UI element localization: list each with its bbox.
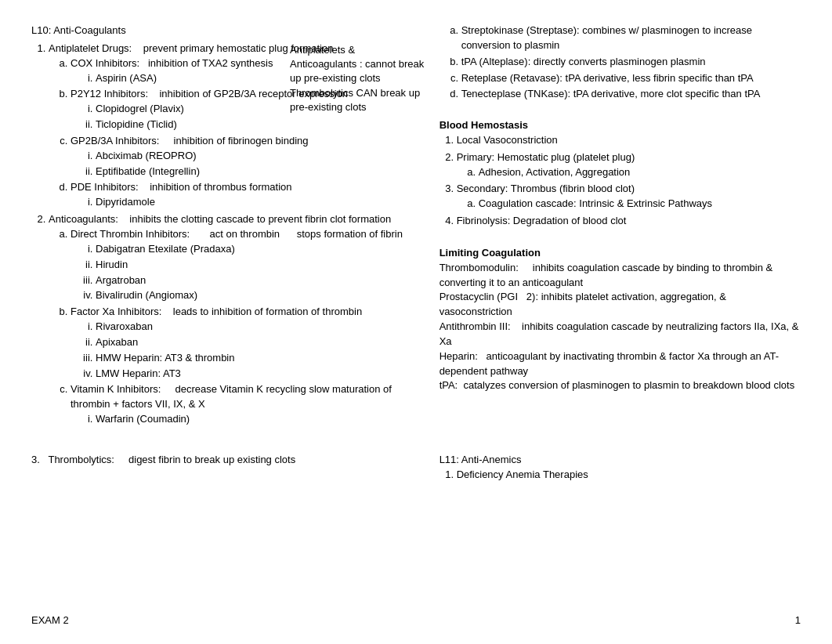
limiting-coagulation-title: Limiting Coagulation [440,246,801,261]
footer-right: 1 [795,613,801,628]
rivaroxaban: Rivaroxaban [96,320,416,335]
dabigatran: Dabigatran Etexilate (Pradaxa) [96,242,416,257]
secondary-thrombus: Secondary: Thrombus (fibrin blood clot) … [457,182,801,212]
blood-hemostasis-list: Local Vasoconstriction Primary: Hemostat… [440,133,801,229]
pde-sublist: Dipyridamole [71,195,416,210]
secondary-sublist: Coagulation cascade: Intrinsic & Extrins… [457,197,801,212]
gp2b3a-sublist: Abciximab (REOPRO) Eptifibatide (Integre… [71,149,416,179]
anticoagulants-sublist: Direct Thrombin Inhibitors: act on throm… [49,227,416,427]
primary-hemostatic: Primary: Hemostatic plug (platelet plug)… [457,150,801,180]
list-item-anticoagulants: Anticoagulants: inhibits the clotting ca… [49,212,416,427]
bottom-right: L11: Anti-Anemics Deficiency Anemia Ther… [432,453,801,485]
dti-sublist: Dabigatran Etexilate (Pradaxa) Hirudin A… [71,242,416,303]
note-box: Antiplatelets & Anticoagulants : cannot … [290,43,435,114]
dipyridamole: Dipyridamole [96,195,416,210]
note-line2: Anticoagulants : cannot break up pre-exi… [290,57,435,85]
l11-title: L11: Anti-Anemics [440,453,801,468]
footer: EXAM 2 1 [31,613,801,628]
direct-thrombin-inhibitors: Direct Thrombin Inhibitors: act on throm… [71,227,416,303]
thrombomodulin: Thrombomodulin: inhibits coagulation cas… [440,261,801,291]
l11-list: Deficiency Anemia Therapies [440,468,801,483]
heparin: Heparin: anticoagulant by inactivating t… [440,349,801,379]
apixaban: Apixaban [96,335,416,350]
adhesion-activation: Adhesion, Activation, Aggregation [479,165,801,180]
ticlopidine: Ticlopidine (Ticlid) [96,118,416,132]
warfarin: Warfarin (Coumadin) [96,412,416,427]
hirudin: Hirudin [96,258,416,273]
note-line1: Antiplatelets & [290,43,435,57]
bottom-two-col: 3. Thrombolytics: digest fibrin to break… [31,453,801,485]
streptokinase: Streptokinase (Streptase): combines w/ p… [461,24,801,53]
eptifibatide: Eptifibatide (Integrellin) [96,165,416,179]
coagulation-cascade: Coagulation cascade: Intrinsic & Extrins… [479,197,801,212]
lmw-heparin: LMW Heparin: AT3 [96,367,416,382]
page: L10: Anti-Coagulants Antiplatelet Drugs:… [0,0,832,644]
factor-xa-inhibitors: Factor Xa Inhibitors: leads to inhibitio… [71,305,416,381]
thrombolytics-item: 3. Thrombolytics: digest fibrin to break… [31,453,416,468]
fxa-sublist: Rivaroxaban Apixaban HMW Heparin: AT3 & … [71,320,416,381]
footer-left: EXAM 2 [31,613,69,628]
note-line3: Thrombolytics CAN break up pre-existing … [290,86,435,114]
left-section-title: L10: Anti-Coagulants [31,24,416,38]
fibrinolysis: Fibrinolysis: Degradation of blood clot [457,214,801,229]
hmw-heparin: HMW Heparin: AT3 & thrombin [96,351,416,366]
tenecteplase: Tenecteplase (TNKase): tPA derivative, m… [461,87,801,102]
bivalirudin: Bivalirudin (Angiomax) [96,288,416,303]
vitk-sublist: Warfarin (Coumadin) [71,412,416,427]
main-content: L10: Anti-Coagulants Antiplatelet Drugs:… [31,24,801,429]
right-alpha-list: Streptokinase (Streptase): combines w/ p… [440,24,801,102]
reteplase: Reteplase (Retavase): tPA derivative, le… [461,71,801,86]
abciximab: Abciximab (REOPRO) [96,149,416,164]
blood-hemostasis-title: Blood Hemostasis [440,118,801,133]
bottom-left: 3. Thrombolytics: digest fibrin to break… [31,453,432,485]
argatroban: Argatroban [96,273,416,288]
right-column: Streptokinase (Streptase): combines w/ p… [432,24,801,429]
pde-inhibitor: PDE Inhibitors: inhibition of thrombus f… [71,180,416,210]
vitamin-k-inhibitors: Vitamin K Inhibitors: decrease Vitamin K… [71,382,416,427]
primary-sublist: Adhesion, Activation, Aggregation [457,165,801,180]
local-vasoconstriction: Local Vasoconstriction [457,133,801,148]
antithrombin-iii: Antithrombin III: inhibits coagulation c… [440,320,801,349]
prostacyclin: Prostacyclin (PGI 2): inhibits platelet … [440,290,801,320]
anticoagulants-label: Anticoagulants: inhibits the clotting ca… [49,213,391,225]
bottom-section: 3. Thrombolytics: digest fibrin to break… [31,453,801,485]
deficiency-anemia: Deficiency Anemia Therapies [457,468,801,483]
tpa-plasminogen: tPA: catalyzes conversion of plasminogen… [440,378,801,393]
gp2b3a-inhibitor: GP2B/3A Inhibitors: inhibition of fibrin… [71,134,416,179]
tpa-alteplase: tPA (Alteplase): directly converts plasm… [461,55,801,70]
